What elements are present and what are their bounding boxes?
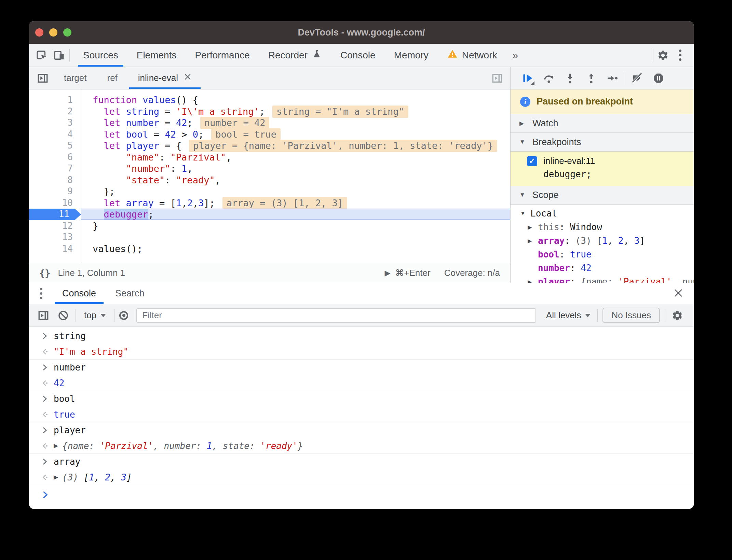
file-tab-inline-eval-label: inline-eval — [138, 73, 178, 83]
step-over-icon[interactable] — [540, 69, 558, 87]
resume-script-icon[interactable] — [519, 69, 537, 87]
line-number[interactable]: 14 — [29, 243, 81, 255]
line-number[interactable]: 9 — [29, 186, 81, 197]
current-line-marker[interactable]: 11 — [29, 209, 81, 220]
scope-row[interactable]: ▶player: {name: 'Parzival', number: 1, s… — [511, 275, 694, 283]
code-token: 1 — [176, 198, 181, 208]
code-token: 3 — [121, 472, 126, 482]
code-token: : — [559, 249, 570, 260]
pause-on-exceptions-icon[interactable] — [650, 69, 667, 87]
code-line[interactable]: values(); — [81, 243, 510, 255]
step-into-icon[interactable] — [561, 69, 579, 87]
file-tab-ref[interactable]: ref — [97, 67, 128, 89]
run-snippet-icon[interactable]: ▶ — [384, 269, 390, 278]
console-settings-gear-icon[interactable] — [670, 308, 685, 323]
code-token: , — [608, 236, 618, 246]
console-prompt-row[interactable] — [29, 485, 694, 504]
scope-row[interactable]: number: 42 — [511, 261, 694, 275]
code-line[interactable] — [81, 232, 510, 243]
code-token: 'I\'m a string' — [176, 106, 259, 117]
tab-recorder[interactable]: Recorder — [259, 44, 331, 67]
breakpoint-checkbox[interactable]: ✓ — [527, 156, 537, 166]
scope-section-header[interactable]: ▼ Scope — [511, 186, 694, 205]
tab-network[interactable]: Network — [438, 44, 506, 67]
scope-row[interactable]: ▼Local — [511, 207, 694, 220]
settings-gear-icon[interactable] — [655, 48, 670, 63]
line-number[interactable]: 10 — [29, 197, 81, 209]
code-line[interactable]: debugger; — [81, 209, 510, 220]
file-tab-target-label: target — [64, 73, 87, 83]
drawer-menu-icon[interactable] — [40, 288, 42, 299]
device-toolbar-icon[interactable] — [52, 48, 67, 63]
kebab-menu-icon[interactable] — [673, 50, 688, 61]
line-number[interactable]: 2 — [29, 106, 81, 117]
line-number[interactable]: 5 — [29, 140, 81, 152]
close-drawer-icon[interactable] — [673, 288, 683, 299]
code-line[interactable]: function values() { — [81, 94, 510, 106]
filter-input[interactable] — [136, 308, 536, 323]
line-number[interactable]: 8 — [29, 174, 81, 186]
code-token: string = "I'm a string" — [272, 106, 408, 118]
console-messages[interactable]: string"I'm a string"number42booltrueplay… — [29, 327, 694, 509]
watch-section-header[interactable]: ▶ Watch — [511, 114, 694, 133]
clear-console-icon[interactable] — [56, 308, 71, 323]
code-line[interactable]: let string = 'I\'m a string';string = "I… — [81, 106, 510, 117]
more-tabs-button[interactable]: » — [506, 50, 524, 61]
drawer-tab-search-label: Search — [115, 288, 145, 299]
tab-elements[interactable]: Elements — [127, 44, 186, 67]
breakpoint-location: inline-eval:11 — [543, 156, 595, 166]
file-tab-target[interactable]: target — [54, 67, 97, 89]
expand-triangle-icon[interactable]: ▶ — [54, 442, 58, 449]
inspect-element-icon[interactable] — [34, 48, 49, 63]
step-icon[interactable] — [604, 69, 621, 87]
code-token: Window — [570, 222, 602, 232]
code-line[interactable]: let bool = 42 > 0;bool = true — [81, 129, 510, 140]
code-line[interactable]: let number = 42;number = 42 — [81, 117, 510, 129]
tab-console[interactable]: Console — [331, 44, 385, 67]
code-line[interactable]: "number": 1, — [81, 163, 510, 174]
code-line[interactable]: "state": "ready", — [81, 174, 510, 186]
scope-row[interactable]: bool: true — [511, 248, 694, 261]
code-editor[interactable]: 1function values() {2 let string = 'I\'m… — [29, 89, 510, 263]
tab-sources[interactable]: Sources — [74, 44, 127, 67]
code-line[interactable]: let array = [1,2,3];array = (3) [1, 2, 3… — [81, 197, 510, 209]
line-number[interactable]: 6 — [29, 152, 81, 163]
chevron-right-icon: ▶ — [519, 120, 527, 127]
drawer-tab-search[interactable]: Search — [106, 283, 154, 304]
show-debugger-panel-icon[interactable] — [490, 71, 505, 86]
line-number[interactable]: 3 — [29, 117, 81, 129]
live-expression-eye-icon[interactable] — [119, 311, 128, 320]
close-tab-icon[interactable] — [184, 73, 192, 83]
show-navigator-icon[interactable] — [35, 71, 50, 86]
code-token: 'Parzival' — [100, 441, 153, 451]
warning-icon — [447, 48, 458, 62]
tab-memory[interactable]: Memory — [385, 44, 438, 67]
line-number[interactable]: 1 — [29, 94, 81, 106]
line-number[interactable]: 7 — [29, 163, 81, 174]
breakpoint-item[interactable]: ✓ inline-eval:11 debugger; — [511, 152, 694, 186]
line-number[interactable]: 4 — [29, 129, 81, 140]
drawer-tab-console[interactable]: Console — [53, 283, 106, 304]
file-tab-inline-eval[interactable]: inline-eval — [128, 67, 202, 89]
code-line[interactable]: }; — [81, 186, 510, 197]
line-number[interactable]: 12 — [29, 220, 81, 232]
issues-button[interactable]: No Issues — [602, 308, 660, 323]
code-token: = — [159, 117, 176, 128]
result-return-icon — [41, 347, 50, 356]
line-number[interactable]: 13 — [29, 232, 81, 243]
pretty-print-icon[interactable]: {} — [39, 268, 51, 278]
log-levels-selector[interactable]: All levels — [544, 310, 593, 321]
code-line[interactable]: "name": "Parzival", — [81, 152, 510, 163]
scope-row[interactable]: ▶this: Window — [511, 220, 694, 234]
tab-performance[interactable]: Performance — [186, 44, 259, 67]
code-line[interactable]: } — [81, 220, 510, 232]
context-selector[interactable]: top — [81, 310, 109, 321]
code-token: 'ready' — [260, 441, 298, 451]
scope-row[interactable]: ▶array: (3) [1, 2, 3] — [511, 234, 694, 248]
expand-triangle-icon[interactable]: ▶ — [54, 474, 58, 481]
deactivate-breakpoints-icon[interactable] — [628, 69, 646, 87]
step-out-icon[interactable] — [582, 69, 600, 87]
code-line[interactable]: let player = {player = {name: 'Parzival'… — [81, 140, 510, 152]
show-console-sidebar-icon[interactable] — [36, 308, 51, 323]
breakpoints-section-header[interactable]: ▼ Breakpoints — [511, 133, 694, 152]
